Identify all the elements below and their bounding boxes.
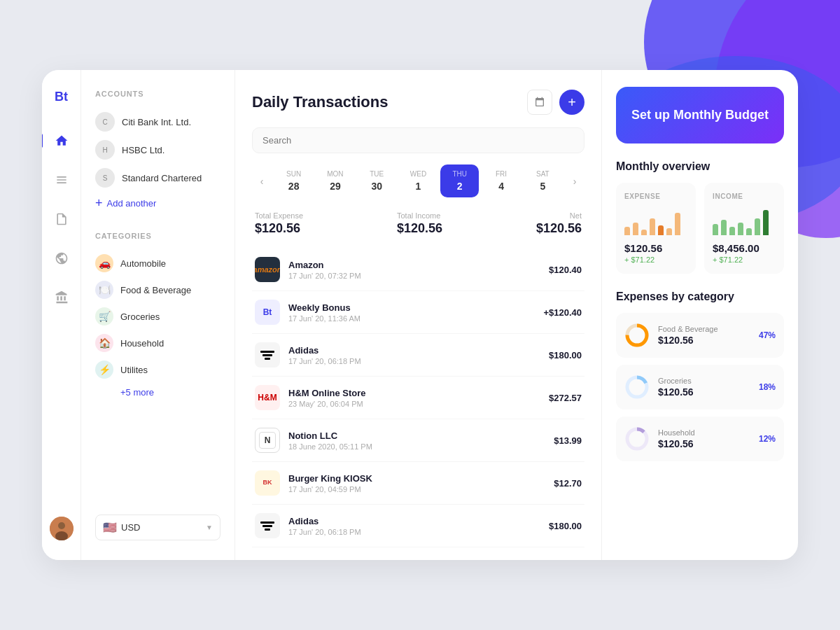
household-donut-chart [624, 426, 650, 451]
household-cat-value: $120.56 [658, 438, 750, 449]
day-sun[interactable]: SUN 28 [274, 164, 313, 197]
more-categories-link[interactable]: +5 more [95, 383, 220, 402]
categories-section: CATEGORIES 🚗 Automobile 🍽️ Food & Bevera… [95, 232, 220, 402]
transaction-amazon[interactable]: amazon Amazon 17 Jun' 20, 07:32 PM $120.… [252, 248, 584, 291]
day-num-sat: 5 [540, 181, 545, 192]
category-automobile[interactable]: 🚗 Automobile [95, 250, 220, 276]
income-bar [729, 227, 735, 235]
income-bar [746, 228, 752, 235]
day-label-tue: TUE [370, 170, 384, 178]
category-name-household: Household [120, 338, 164, 349]
nav-accounts[interactable] [50, 169, 73, 191]
nav-home[interactable] [50, 130, 73, 152]
transaction-weekly-bonus[interactable]: Bt Weekly Bonus 17 Jun' 20, 11:36 AM +$1… [252, 291, 584, 334]
adidas-logo-icon-2 [255, 513, 280, 538]
user-avatar[interactable] [50, 517, 74, 540]
income-bar [738, 223, 743, 235]
income-overview-label: INCOME [713, 192, 776, 200]
next-day-button[interactable]: › [565, 172, 584, 191]
currency-selector[interactable]: 🇺🇸 USD ▼ [95, 514, 220, 540]
account-name-hsbc: HSBC Ltd. [122, 145, 164, 155]
groceries-cat-info: Groceries $120.56 [658, 377, 750, 398]
expense-overview-value: $120.56 [624, 242, 687, 254]
transaction-notion[interactable]: N Notion LLC 18 June 2020, 05:11 PM $13.… [252, 419, 584, 462]
account-name-sc: Standard Chartered [122, 173, 202, 183]
category-card-groceries[interactable]: Groceries $120.56 18% [616, 365, 784, 410]
food-cat-percent: 47% [759, 330, 776, 340]
day-label-mon: MON [327, 170, 343, 178]
account-item-hsbc[interactable]: H HSBC Ltd. [95, 136, 220, 164]
day-label-fri: FRI [496, 170, 507, 178]
add-another-label: Add another [107, 198, 157, 209]
budget-cta-button[interactable]: Set up Monthly Budget [616, 87, 784, 144]
day-num-mon: 29 [330, 181, 341, 192]
day-num-fri: 4 [498, 181, 504, 192]
income-label: Total Income [397, 211, 442, 220]
prev-day-button[interactable]: ‹ [252, 172, 272, 191]
utilities-icon: ⚡ [95, 360, 113, 379]
day-wed[interactable]: WED 1 [399, 164, 438, 197]
day-thu[interactable]: THU 2 [440, 164, 479, 197]
household-icon: 🏠 [95, 334, 113, 352]
total-expense-summary: Total Expense $120.56 [255, 211, 303, 236]
account-item-citi[interactable]: C Citi Bank Int. Ltd. [95, 108, 220, 136]
transaction-bk[interactable]: BK Burger King KIOSK 17 Jun' 20, 04:59 P… [252, 462, 584, 505]
day-fri[interactable]: FRI 4 [482, 164, 520, 197]
day-label-sun: SUN [286, 170, 301, 178]
category-card-food[interactable]: Food & Beverage $120.56 47% [616, 313, 784, 358]
currency-flag: 🇺🇸 [103, 521, 117, 534]
net-label: Net [536, 211, 582, 220]
add-transaction-button[interactable]: + [559, 90, 584, 115]
account-dot-hsbc: H [95, 140, 115, 160]
net-value: $120.56 [536, 221, 582, 236]
main-content: Daily Transactions + ‹ SUN 28 MON 29 TUE [235, 70, 602, 560]
category-card-household[interactable]: Household $120.56 12% [616, 416, 784, 461]
food-donut-chart [624, 323, 650, 348]
income-bar [721, 220, 727, 235]
category-food[interactable]: 🍽️ Food & Beverage [95, 276, 220, 303]
tx-info-notion: Notion LLC 18 June 2020, 05:11 PM [288, 430, 554, 451]
calendar-button[interactable] [527, 90, 552, 115]
category-groceries[interactable]: 🛒 Groceries [95, 303, 220, 330]
day-tue[interactable]: TUE 30 [358, 164, 396, 197]
nav-documents[interactable] [50, 208, 73, 230]
day-num-sun: 28 [288, 181, 300, 192]
overview-grid: EXPENSE $120.56 + $71.22 INCOME $8,456.0… [616, 183, 784, 274]
nav-globe[interactable] [50, 247, 73, 270]
transaction-adidas-1[interactable]: Adidas 17 Jun' 20, 06:18 PM $180.00 [252, 334, 584, 377]
transaction-hm[interactable]: H&M H&M Online Store 23 May' 20, 06:04 P… [252, 377, 584, 419]
income-value: $120.56 [397, 221, 442, 236]
expense-bar [658, 225, 664, 235]
category-household[interactable]: 🏠 Household [95, 330, 220, 356]
income-bars [713, 207, 776, 235]
account-dot-sc: S [95, 168, 115, 188]
nav-bank[interactable] [50, 286, 73, 309]
account-item-sc[interactable]: S Standard Chartered [95, 164, 220, 192]
account-name-citi: Citi Bank Int. Ltd. [122, 117, 191, 127]
expense-bars [624, 207, 687, 235]
add-another-button[interactable]: + Add another [95, 192, 220, 215]
day-label-sat: SAT [536, 170, 550, 178]
bk-logo-icon: BK [255, 470, 280, 496]
expense-bar [666, 228, 672, 235]
left-panel: ACCOUNTS C Citi Bank Int. Ltd. H HSBC Lt… [81, 70, 235, 560]
tx-info-amazon: Amazon 17 Jun' 20, 07:32 PM [288, 260, 549, 280]
transactions-header: Daily Transactions + [252, 90, 584, 115]
icon-strip: Bt [42, 70, 81, 560]
app-logo: Bt [55, 90, 68, 104]
notion-logo-icon: N [255, 428, 280, 453]
day-mon[interactable]: MON 29 [316, 164, 354, 197]
accounts-label: ACCOUNTS [95, 90, 220, 98]
day-num-wed: 1 [416, 181, 421, 192]
food-cat-name: Food & Beverage [658, 325, 750, 333]
day-sat[interactable]: SAT 5 [524, 164, 562, 197]
transaction-adidas-2[interactable]: Adidas 17 Jun' 20, 06:18 PM $180.00 [252, 505, 584, 547]
household-cat-percent: 12% [759, 434, 776, 444]
expense-bar [650, 218, 655, 235]
search-input[interactable] [252, 127, 584, 153]
day-label-thu: THU [452, 170, 467, 178]
net-summary: Net $120.56 [536, 211, 582, 236]
expense-overview-card: EXPENSE $120.56 + $71.22 [616, 183, 696, 274]
total-income-summary: Total Income $120.56 [397, 211, 442, 236]
category-utilities[interactable]: ⚡ Utilites [95, 356, 220, 383]
